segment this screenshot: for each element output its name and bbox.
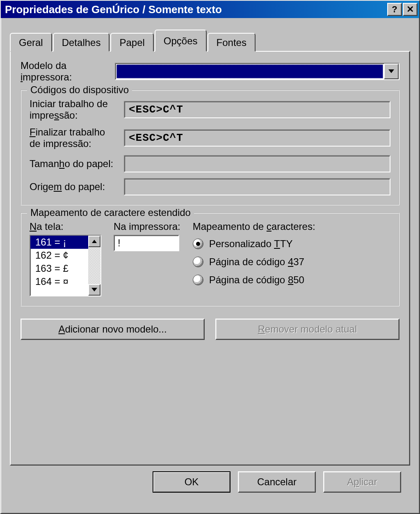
paper-size-value — [124, 155, 390, 172]
combo-dropdown-button[interactable] — [384, 64, 399, 79]
radio-icon — [193, 275, 203, 285]
radio-tty[interactable]: Personalizado TTY — [193, 238, 390, 250]
end-job-label: Finalizar trabalhode impressão: — [30, 126, 124, 149]
radio-cp850[interactable]: Página de código 850 — [193, 274, 390, 286]
tab-opcoes[interactable]: Opções — [155, 30, 207, 52]
device-codes-legend: Códigos do dispositivo — [27, 84, 132, 96]
scroll-down-button[interactable] — [88, 284, 100, 296]
radio-label: Página de código 850 — [209, 274, 304, 286]
add-model-button[interactable]: Adicionar novo modelo... — [21, 319, 205, 340]
radio-icon — [193, 239, 203, 249]
remove-model-button: Remover modelo atual — [215, 319, 399, 340]
cancel-button[interactable]: Cancelar — [238, 471, 316, 493]
help-button[interactable]: ? — [387, 3, 402, 16]
list-item[interactable]: 164 = ¤ — [30, 275, 88, 288]
start-job-label: Iniciar trabalho de impressão: — [30, 98, 124, 121]
titlebar: Propriedades de GenÚrico / Somente texto… — [1, 1, 419, 18]
paper-source-label: Origem do papel: — [30, 181, 124, 193]
list-item[interactable]: 163 = £ — [30, 262, 88, 275]
model-label: Modelo da impressora: — [21, 60, 115, 83]
radio-icon — [193, 257, 203, 267]
radio-label: Página de código 437 — [209, 256, 304, 268]
screen-label: Na tela: — [30, 221, 101, 232]
question-icon: ? — [392, 4, 397, 15]
radio-cp437[interactable]: Página de código 437 — [193, 256, 390, 268]
ok-button[interactable]: OK — [153, 471, 231, 493]
mapping-label: Mapeamento de caracteres: — [193, 221, 390, 232]
device-codes-group: Códigos do dispositivo Iniciar trabalho … — [21, 90, 399, 205]
properties-window: Propriedades de GenÚrico / Somente texto… — [0, 0, 420, 514]
radio-label: Personalizado TTY — [209, 238, 293, 250]
tab-papel[interactable]: Papel — [110, 33, 153, 52]
list-item[interactable]: 161 = ¡ — [30, 236, 88, 249]
chevron-down-icon — [91, 288, 97, 291]
start-job-value: <ESC>C^T — [124, 101, 390, 118]
tab-row: Geral Detalhes Papel Opções Fontes — [10, 29, 410, 51]
chevron-down-icon — [388, 69, 394, 73]
model-combo[interactable] — [115, 63, 399, 80]
chevron-up-icon — [92, 240, 97, 243]
paper-source-value — [124, 178, 390, 195]
extended-mapping-group: Mapeamento de caractere estendido Na tel… — [21, 213, 399, 306]
tab-panel-opcoes: Modelo da impressora: Códigos do disposi… — [10, 51, 410, 466]
list-item[interactable]: 162 = ¢ — [30, 249, 88, 262]
printer-label: Na impressora: — [114, 221, 180, 232]
screen-listbox[interactable]: 161 = ¡ 162 = ¢ 163 = £ 164 = ¤ — [30, 235, 101, 296]
paper-size-label: Tamanho do papel: — [30, 158, 124, 170]
listbox-scrollbar[interactable] — [88, 236, 100, 296]
close-icon: ✕ — [406, 4, 414, 15]
tab-geral[interactable]: Geral — [10, 33, 52, 52]
scroll-track[interactable] — [88, 247, 100, 284]
end-job-value: <ESC>C^T — [124, 129, 390, 147]
tab-fontes[interactable]: Fontes — [208, 33, 256, 52]
printer-value-input[interactable]: ! — [114, 235, 179, 251]
extended-mapping-legend: Mapeamento de caractere estendido — [27, 207, 194, 218]
close-button[interactable]: ✕ — [403, 3, 418, 16]
window-title: Propriedades de GenÚrico / Somente texto — [5, 3, 387, 16]
apply-button: Aplicar — [323, 471, 401, 493]
tab-detalhes[interactable]: Detalhes — [53, 33, 110, 52]
scroll-up-button[interactable] — [88, 236, 100, 247]
